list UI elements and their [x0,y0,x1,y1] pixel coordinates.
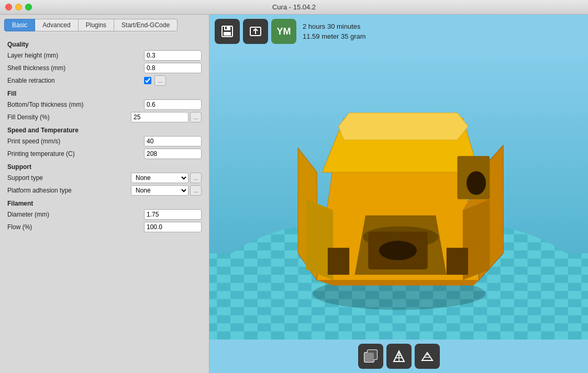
svg-marker-32 [317,280,479,286]
view-solid-button[interactable] [358,344,383,369]
left-panel: Basic Advanced Plugins Start/End-GCode Q… [0,15,209,373]
layer-height-label: Layer height (mm) [7,52,144,59]
filament-section-header: Filament [7,200,202,207]
flow-label: Flow (%) [7,223,144,231]
close-button[interactable] [5,4,12,10]
diameter-row: Diameter (mm) [7,209,202,220]
traffic-lights[interactable] [5,4,32,10]
svg-marker-41 [422,353,432,360]
flow-row: Flow (%) [7,222,202,232]
svg-rect-2 [224,32,231,36]
svg-point-26 [467,171,486,195]
support-type-row: Support type None Touching buildplate Ev… [7,173,202,183]
fill-density-input[interactable] [131,112,188,122]
layer-height-row: Layer height (mm) [7,50,202,61]
load-icon[interactable] [243,19,268,44]
3d-scene [209,48,588,340]
tab-plugins[interactable]: Plugins [79,19,114,31]
diameter-label: Diameter (mm) [7,211,144,218]
tab-bar: Basic Advanced Plugins Start/End-GCode [0,15,209,31]
viewport[interactable] [209,48,588,340]
flow-input[interactable] [144,222,202,232]
fill-density-dots-btn[interactable]: ... [190,112,202,122]
platform-adhesion-label: Platform adhesion type [7,187,131,194]
title-bar: Cura - 15.04.2 [0,0,588,15]
quality-section-header: Quality [7,41,202,48]
layer-height-input[interactable] [144,50,202,61]
save-icon[interactable] [215,19,240,44]
diameter-input[interactable] [144,209,202,220]
print-info: 2 hours 30 minutes 11.59 meter 35 gram [303,21,366,42]
print-material: 11.59 meter 35 gram [303,31,366,42]
top-toolbar: YM 2 hours 30 minutes 11.59 meter 35 gra… [209,15,588,48]
shell-thickness-row: Shell thickness (mm) [7,63,202,73]
minimize-button[interactable] [15,4,22,10]
print-temp-input[interactable] [144,149,202,159]
print-temp-row: Printing temperature (C) [7,149,202,159]
maximize-button[interactable] [25,4,32,10]
fill-section-header: Fill [7,90,202,97]
tab-advanced[interactable]: Advanced [35,19,78,31]
speed-section-header: Speed and Temperature [7,127,202,134]
bottom-toolbar [209,340,588,373]
shell-thickness-label: Shell thickness (mm) [7,64,144,72]
support-section-header: Support [7,163,202,171]
print-speed-input[interactable] [144,136,202,146]
tab-startend[interactable]: Start/End-GCode [114,19,177,31]
svg-point-28 [379,241,417,260]
svg-rect-36 [364,353,374,362]
platform-adhesion-row: Platform adhesion type None Brim Raft ..… [7,185,202,196]
retraction-dots-btn[interactable]: ... [154,75,166,86]
tab-basic[interactable]: Basic [4,19,35,31]
enable-retraction-area: ... [144,75,202,86]
view-layers-button[interactable] [415,344,440,369]
print-speed-row: Print speed (mm/s) [7,136,202,146]
view-xray-button[interactable] [386,344,412,369]
enable-retraction-checkbox[interactable] [144,77,151,84]
window-title: Cura - 15.04.2 [272,3,316,11]
fill-density-label: Fill Density (%) [7,114,131,121]
svg-rect-30 [447,248,468,275]
support-type-label: Support type [7,174,131,182]
fill-density-row: Fill Density (%) ... [7,112,202,122]
platform-adhesion-select[interactable]: None Brim Raft [131,185,188,196]
svg-marker-31 [338,113,468,140]
right-panel: YM 2 hours 30 minutes 11.59 meter 35 gra… [209,15,588,373]
ym-icon[interactable]: YM [271,19,296,44]
bottom-top-label: Bottom/Top thickness (mm) [7,101,144,108]
shell-thickness-input[interactable] [144,63,202,73]
svg-rect-1 [224,26,230,30]
support-type-dots-btn[interactable]: ... [190,173,202,183]
enable-retraction-label: Enable retraction [7,77,144,84]
enable-retraction-row: Enable retraction ... [7,75,202,86]
platform-adhesion-dots-btn[interactable]: ... [190,185,202,196]
bottom-top-input[interactable] [144,99,202,110]
svg-rect-3 [225,27,227,29]
bottom-top-thickness-row: Bottom/Top thickness (mm) [7,99,202,110]
svg-rect-29 [328,248,349,275]
print-time: 2 hours 30 minutes [303,21,366,32]
support-type-select[interactable]: None Touching buildplate Everywhere [131,173,188,183]
settings-area: Quality Layer height (mm) Shell thicknes… [0,31,209,373]
print-temp-label: Printing temperature (C) [7,150,144,157]
print-speed-label: Print speed (mm/s) [7,138,144,145]
